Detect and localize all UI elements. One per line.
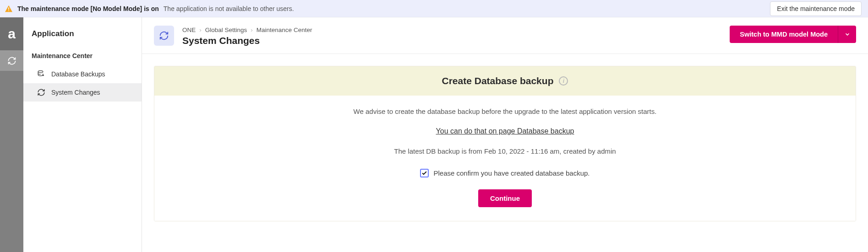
sync-icon — [7, 56, 16, 65]
page-icon — [154, 26, 174, 46]
sidebar-item-system-changes[interactable]: System Changes — [23, 83, 142, 102]
sidebar-title: Application — [23, 17, 142, 52]
content-area: ONE › Global Settings › Maintenance Cent… — [142, 17, 868, 252]
card-advice-text: We advise to create the database backup … — [159, 107, 851, 115]
sync-icon — [159, 31, 169, 41]
sidebar-item-label: System Changes — [51, 89, 100, 96]
app-rail: a — [0, 17, 23, 252]
switch-mode-dropdown[interactable] — [838, 26, 856, 43]
latest-backup-text: The latest DB backup is from Feb 10, 202… — [159, 147, 851, 155]
page-title: System Changes — [182, 35, 312, 46]
app-logo[interactable]: a — [0, 17, 23, 50]
banner-title: The maintenance mode [No Model Mode] is … — [17, 5, 159, 12]
exit-maintenance-button[interactable]: Exit the maintenance mode — [770, 1, 862, 16]
chevron-right-icon: › — [199, 27, 202, 33]
banner-left: The maintenance mode [No Model Mode] is … — [5, 5, 294, 12]
rail-item-maintenance[interactable] — [0, 50, 23, 71]
svg-rect-0 — [8, 7, 9, 10]
switch-mode-button[interactable]: Switch to MMD model Mode — [730, 26, 838, 43]
maintenance-banner: The maintenance mode [No Model Mode] is … — [0, 0, 868, 17]
breadcrumb-item[interactable]: Maintenance Center — [257, 27, 312, 33]
page-header: ONE › Global Settings › Maintenance Cent… — [142, 17, 868, 54]
continue-button[interactable]: Continue — [478, 189, 532, 207]
sidebar: Application Maintenance Center Database … — [23, 17, 142, 252]
chevron-down-icon — [844, 31, 851, 38]
breadcrumb-item[interactable]: Global Settings — [205, 27, 247, 33]
sidebar-item-label: Database Backups — [51, 70, 105, 78]
info-icon[interactable]: i — [559, 76, 568, 86]
svg-rect-1 — [8, 10, 9, 11]
card-title: Create Database backup — [442, 75, 554, 86]
confirm-checkbox[interactable] — [420, 169, 429, 177]
breadcrumb-item[interactable]: ONE — [182, 27, 196, 33]
database-icon — [37, 70, 45, 78]
warning-icon — [5, 5, 13, 12]
breadcrumb: ONE › Global Settings › Maintenance Cent… — [182, 27, 312, 33]
card-header: Create Database backup i — [154, 66, 856, 96]
sync-icon — [37, 88, 45, 97]
backup-card: Create Database backup i We advise to cr… — [154, 66, 856, 221]
backup-page-link[interactable]: You can do that on page Database backup — [436, 127, 574, 135]
chevron-right-icon: › — [251, 27, 253, 33]
check-icon — [421, 170, 427, 176]
switch-mode-group: Switch to MMD model Mode — [730, 26, 856, 43]
confirm-label: Please confirm you have created database… — [433, 169, 590, 177]
banner-subtitle: The application is not available to othe… — [164, 5, 294, 12]
svg-point-2 — [38, 71, 43, 73]
sidebar-item-database-backups[interactable]: Database Backups — [23, 65, 142, 83]
sidebar-group-header: Maintenance Center — [23, 52, 142, 65]
